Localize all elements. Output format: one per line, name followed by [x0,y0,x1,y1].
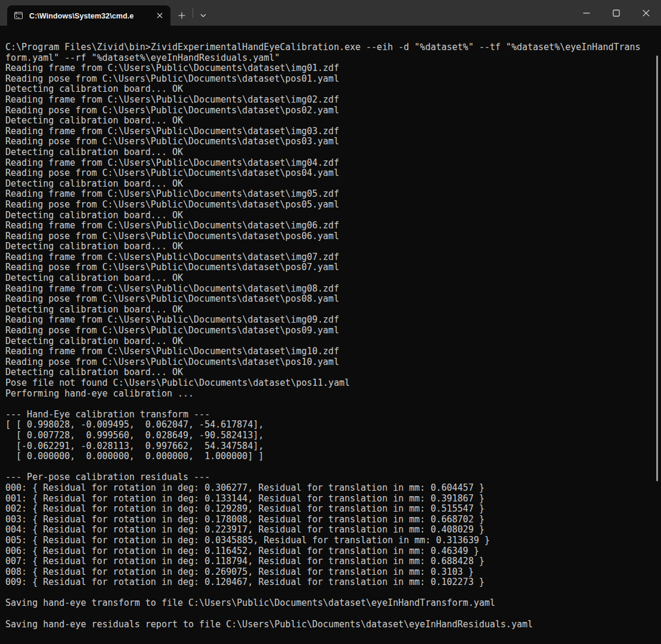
terminal-line: Reading pose from C:\Users\Public\Docume… [5,106,653,116]
plus-icon [178,12,185,19]
terminal-line: Detecting calibration board... OK [5,84,653,95]
tab-cmd[interactable]: C:\Windows\System32\cmd.e [7,5,170,26]
close-icon [643,10,650,17]
terminal-line: --- Per-pose calibration residuals --- [5,472,653,483]
terminal-line: Detecting calibration board... OK [5,210,653,221]
terminal-line: Reading frame from C:\Users\Public\Docum… [5,346,653,357]
terminal-line: Detecting calibration board... OK [5,147,653,158]
maximize-button[interactable] [601,0,631,26]
terminal-line: Reading frame from C:\Users\Public\Docum… [5,63,653,74]
terminal-line: Reading frame from C:\Users\Public\Docum… [5,221,653,231]
terminal-line: Detecting calibration board... OK [5,242,653,252]
terminal-line: Detecting calibration board... OK [5,305,653,315]
terminal-body[interactable]: C:\Program Files\Zivid\bin>ZividExperime… [0,26,661,644]
tab-title-wrap: C:\Windows\System32\cmd.e [29,10,150,21]
window-controls [572,0,661,26]
terminal-line: Detecting calibration board... OK [5,179,653,190]
terminal-line: Reading pose from C:\Users\Public\Docume… [5,357,653,368]
terminal-line: Detecting calibration board... OK [5,273,653,284]
terminal-line: Performing hand-eye calibration ... [5,389,653,400]
terminal-line: 006: { Residual for rotation in deg: 0.1… [5,546,653,557]
terminal-line: Detecting calibration board... OK [5,336,653,347]
close-window-button[interactable] [631,0,661,26]
terminal-line: C:\Program Files\Zivid\bin>ZividExperime… [5,42,653,53]
terminal-line [5,588,653,599]
terminal-line: Reading pose from C:\Users\Public\Docume… [5,262,653,273]
new-tab-button[interactable] [173,7,191,24]
terminal-line: 005: { Residual for rotation in deg: 0.0… [5,535,653,546]
terminal-line: Reading pose from C:\Users\Public\Docume… [5,74,653,85]
terminal-line: Saving hand-eye residuals report to file… [5,620,653,630]
terminal-line: 003: { Residual for rotation in deg: 0.1… [5,515,653,525]
tab-close-button[interactable] [153,8,167,23]
chevron-down-icon [200,13,207,18]
terminal-line: Reading frame from C:\Users\Public\Docum… [5,315,653,326]
terminal-line [5,609,653,620]
toolbar-separator [193,8,193,18]
terminal-line: Reading frame from C:\Users\Public\Docum… [5,284,653,295]
tab-dropdown-button[interactable] [194,7,212,24]
terminal-line: Reading pose from C:\Users\Public\Docume… [5,137,653,147]
terminal-line: Reading pose from C:\Users\Public\Docume… [5,200,653,210]
terminal-line: Reading frame from C:\Users\Public\Docum… [5,252,653,263]
terminal-line: Reading frame from C:\Users\Public\Docum… [5,158,653,169]
minimize-icon [583,10,590,17]
terminal-line: 009: { Residual for rotation in deg: 0.1… [5,577,653,588]
terminal-line [5,399,653,410]
terminal-line: Reading frame from C:\Users\Public\Docum… [5,95,653,106]
terminal-line: [-0.062291, -0.028113, 0.997662, 54.3475… [5,441,653,452]
terminal-line [5,462,653,473]
terminal-line: Reading pose from C:\Users\Public\Docume… [5,168,653,179]
terminal-line: --- Hand-Eye calibration transform --- [5,410,653,420]
terminal-line: form.yaml" --rf "%dataset%\eyeInHandResi… [5,53,653,64]
terminal-line: Saving hand-eye transform to file C:\Use… [5,598,653,609]
terminal-line: Reading pose from C:\Users\Public\Docume… [5,294,653,305]
terminal-line: Reading frame from C:\Users\Public\Docum… [5,189,653,200]
terminal-output: C:\Program Files\Zivid\bin>ZividExperime… [5,42,653,630]
terminal-line: [ 0.000000, 0.000000, 0.000000, 1.000000… [5,451,653,462]
terminal-line: 004: { Residual for rotation in deg: 0.2… [5,525,653,535]
terminal-line: Detecting calibration board... OK [5,367,653,378]
terminal-line: 001: { Residual for rotation in deg: 0.1… [5,494,653,504]
scrollbar-thumb[interactable] [656,55,658,481]
terminal-line: Detecting calibration board... OK [5,116,653,126]
terminal-line: 007: { Residual for rotation in deg: 0.1… [5,556,653,567]
terminal-line: 002: { Residual for rotation in deg: 0.1… [5,504,653,515]
titlebar[interactable]: C:\Windows\System32\cmd.e [0,0,661,26]
terminal-line: Reading pose from C:\Users\Public\Docume… [5,326,653,336]
terminal-line: Reading frame from C:\Users\Public\Docum… [5,126,653,137]
terminal-line: Reading pose from C:\Users\Public\Docume… [5,231,653,242]
maximize-icon [613,10,620,17]
tab-title: C:\Windows\System32\cmd.e [29,12,134,20]
terminal-line: 000: { Residual for rotation in deg: 0.3… [5,483,653,494]
terminal-line: [ [ 0.998028, -0.009495, 0.062047, -54.6… [5,420,653,431]
terminal-line: [ 0.007728, 0.999560, 0.028649, -90.5824… [5,431,653,441]
close-icon [157,13,163,18]
cmd-icon [14,11,23,20]
minimize-button[interactable] [572,0,601,26]
terminal-line: Pose file not found C:\Users\Public\Docu… [5,378,653,389]
terminal-line: 008: { Residual for rotation in deg: 0.2… [5,567,653,578]
